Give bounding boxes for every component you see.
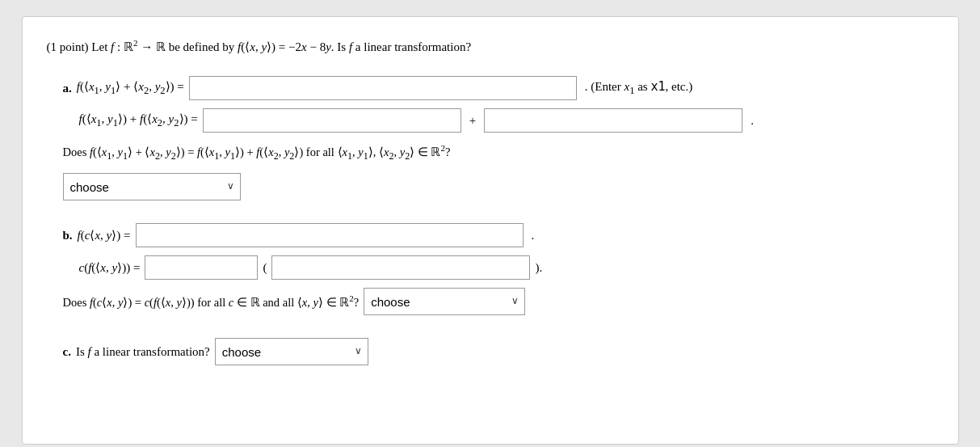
section-b-line1: b. f(c⟨x, y⟩) = . [63,223,934,247]
section-a-line1-suffix: . (Enter x1 as x1, etc.) [585,76,692,100]
section-b-input2b[interactable] [271,255,530,280]
section-a-label: a. [63,78,72,99]
section-c-choose-select[interactable]: choose Yes No [215,338,368,365]
section-b-select-wrapper: choose Yes No [364,288,525,315]
section-c-line: c. Is f a linear transformation? choose … [63,338,934,365]
section-b-input1[interactable] [136,223,524,247]
section-b-line1-prefix: f(c⟨x, y⟩) = [78,225,131,247]
problem-card: (1 point) Let f : ℝ2 → ℝ be defined by f… [22,16,959,445]
section-c-label: c. [63,341,71,363]
section-b-input2a[interactable] [145,255,258,280]
section-a-input1[interactable] [189,76,577,100]
section-b-line1-period: . [532,225,535,247]
section-b-label: b. [63,225,73,247]
section-b-line2: c(f(⟨x, y⟩)) = ( ). [63,255,934,280]
section-a-does-text: Does f(⟨x1, y1⟩ + ⟨x2, y2⟩) = f(⟨x1, y1⟩… [63,141,451,165]
section-b-choose-select[interactable]: choose Yes No [364,288,525,315]
section-a: a. f(⟨x1, y1⟩ + ⟨x2, y2⟩) = . (Enter x1 … [47,76,934,200]
section-a-line2-prefix: f(⟨x1, y1⟩) + f(⟨x2, y2⟩) = [79,108,198,133]
problem-header: (1 point) Let f : ℝ2 → ℝ be defined by f… [47,36,934,57]
section-b-does-text: Does f(c⟨x, y⟩) = c(f(⟨x, y⟩)) for all c… [63,291,360,313]
section-a-choose-select[interactable]: choose Yes No [63,173,241,200]
plus-sign-a: + [469,110,476,132]
section-b-close-paren: ). [535,257,542,279]
section-a-input2a[interactable] [203,108,461,133]
section-a-input2b[interactable] [484,108,742,133]
section-b-does-line: Does f(c⟨x, y⟩) = c(f(⟨x, y⟩)) for all c… [63,288,934,315]
section-b-open-paren: ( [263,257,267,279]
section-a-does-line: Does f(⟨x1, y1⟩ + ⟨x2, y2⟩) = f(⟨x1, y1⟩… [63,141,934,165]
section-c-question: Is f a linear transformation? [76,341,210,363]
section-c: c. Is f a linear transformation? choose … [47,338,934,365]
section-a-line2-period: . [751,110,754,132]
section-b: b. f(c⟨x, y⟩) = . c(f(⟨x, y⟩)) = ( ). Do… [47,223,934,315]
section-b-line2-prefix: c(f(⟨x, y⟩)) = [79,257,141,279]
section-a-line1-prefix: f(⟨x1, y1⟩ + ⟨x2, y2⟩) = [77,76,184,100]
section-c-select-wrapper: choose Yes No [215,338,368,365]
section-a-line1: a. f(⟨x1, y1⟩ + ⟨x2, y2⟩) = . (Enter x1 … [63,76,934,100]
section-a-choose-line: choose Yes No [63,173,934,200]
section-a-line2: f(⟨x1, y1⟩) + f(⟨x2, y2⟩) = + . [63,108,934,133]
section-a-select-wrapper: choose Yes No [63,173,241,200]
